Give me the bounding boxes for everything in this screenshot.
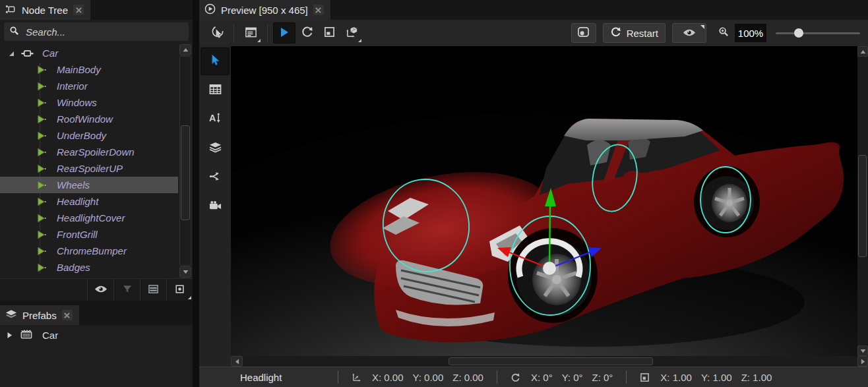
layers-button[interactable] (201, 134, 230, 162)
pick-tool-button[interactable] (206, 22, 228, 44)
table-icon (209, 84, 222, 97)
tree-item[interactable]: RearSpoilerDown (0, 144, 178, 160)
camera-button[interactable] (201, 193, 230, 220)
box-in-box-icon (324, 26, 335, 40)
rear-wheel[interactable] (694, 166, 760, 237)
table-view-button[interactable] (201, 76, 230, 104)
tree-item-label: ChromeBumper (57, 245, 127, 256)
text-animation-button[interactable]: A (201, 105, 230, 133)
tab-prefabs[interactable]: Prefabs (0, 305, 79, 325)
filter-icon (122, 284, 133, 296)
position-x: X: 0.00 (372, 372, 404, 383)
tree-item[interactable]: RoofWindow (0, 111, 178, 127)
grid-icon (148, 284, 159, 296)
vertical-scrollbar[interactable] (857, 46, 868, 367)
snapshot-button[interactable] (571, 23, 596, 43)
tree-item[interactable]: MainBody (0, 61, 178, 78)
tree-item-label: Car (42, 47, 58, 59)
expander-collapsed-icon[interactable] (7, 332, 15, 339)
zoom-slider-thumb[interactable] (794, 28, 803, 38)
scale-icon (640, 372, 650, 382)
tree-item-label: Badges (57, 262, 90, 273)
connections-button[interactable] (201, 164, 230, 191)
mesh-node-icon (36, 180, 49, 191)
tree-item[interactable]: Headlight (0, 193, 178, 210)
side-mirror (624, 171, 642, 181)
filter-button[interactable] (113, 279, 140, 301)
restart-icon (610, 26, 621, 40)
close-icon[interactable] (313, 5, 324, 15)
tree-item-car-root[interactable]: Car (0, 45, 178, 61)
scroll-down-button[interactable] (179, 266, 191, 278)
visibility-options-button[interactable] (672, 23, 706, 43)
reset-view-button[interactable] (295, 22, 318, 44)
scroll-thumb[interactable] (449, 357, 653, 365)
tree-item[interactable]: HeadlightCover (0, 210, 178, 226)
mesh-node-icon (36, 164, 49, 174)
rotation-readout: X: 0° Y: 0° Z: 0° (507, 372, 617, 383)
visibility-toggle-button[interactable] (87, 279, 113, 301)
tree-item[interactable]: Interior (0, 78, 178, 94)
scroll-up-button[interactable] (179, 44, 191, 55)
zoom-value[interactable]: 100% (735, 24, 766, 42)
scroll-track[interactable] (179, 56, 191, 266)
dock-splitter[interactable] (193, 0, 199, 387)
scale-readout: X: 1.00 Y: 1.00 Z: 1.00 (636, 372, 776, 383)
node-tree-panel: Node Tree Car M (0, 0, 193, 387)
play-circle-icon (204, 3, 216, 16)
tree-item[interactable]: UnderBody (0, 127, 178, 144)
3d-scene[interactable] (231, 46, 857, 356)
tree-item[interactable]: Windows (0, 94, 178, 111)
horizontal-scrollbar[interactable] (231, 356, 857, 367)
node-tree-tab-title: Node Tree (22, 5, 68, 16)
expander-expanded-icon[interactable] (8, 50, 16, 57)
prefabs-tab-title: Prefabs (22, 310, 57, 321)
scroll-thumb[interactable] (858, 155, 867, 257)
close-icon[interactable] (73, 5, 84, 15)
prefabs-list: Car (0, 325, 193, 387)
scroll-left-button[interactable] (231, 356, 243, 367)
restart-button-label: Restart (627, 28, 658, 39)
grid-view-button[interactable] (140, 279, 166, 301)
scale-y: Y: 1.00 (701, 372, 732, 383)
tree-item[interactable]: ChromeBumper (0, 243, 178, 259)
tree-item-selected[interactable]: Wheels (0, 177, 178, 193)
mesh-node-icon (36, 246, 49, 256)
zoom-slider[interactable] (776, 24, 860, 42)
tree-item[interactable]: FrontGrill (0, 226, 178, 243)
restart-button[interactable]: Restart (603, 23, 666, 43)
preview-side-toolbar: A (199, 46, 231, 367)
scroll-down-button[interactable] (857, 345, 868, 356)
rotation-z: Z: 0° (592, 372, 613, 383)
toolbar-separator (233, 24, 234, 42)
tree-item-label: Wheels (57, 179, 90, 191)
scroll-right-button[interactable] (857, 356, 868, 367)
rotation-y: Y: 0° (562, 372, 583, 383)
tree-item[interactable]: RearSpoilerUP (0, 160, 178, 177)
tab-preview[interactable]: Preview [950 x 465] (199, 0, 330, 20)
scroll-track[interactable] (857, 57, 868, 345)
play-mode-button[interactable] (273, 22, 295, 44)
close-icon[interactable] (62, 310, 73, 320)
scroll-thumb[interactable] (181, 125, 190, 220)
prefab-item-car[interactable]: Car (0, 325, 193, 345)
panel-dock-button[interactable] (239, 22, 262, 44)
frame-selection-button[interactable] (166, 279, 193, 301)
mesh-node-icon (36, 147, 49, 158)
position-readout: X: 0.00 Y: 0.00 Z: 0.00 (348, 372, 487, 383)
preview-viewport[interactable] (231, 46, 857, 356)
rotation-x: X: 0° (531, 372, 553, 383)
view-3d-button[interactable] (340, 22, 363, 44)
tree-item[interactable]: Badges (0, 259, 178, 276)
gizmo-center-handle[interactable] (543, 262, 556, 275)
select-tool-button[interactable] (201, 47, 230, 75)
fit-frame-button[interactable] (318, 22, 340, 44)
scroll-up-button[interactable] (857, 46, 868, 57)
zoom-slider-track[interactable] (776, 32, 860, 34)
gizmo-y-axis[interactable] (549, 206, 550, 268)
tree-item-label: Windows (57, 97, 97, 108)
tab-node-tree[interactable]: Node Tree (0, 0, 90, 20)
search-input[interactable] (24, 26, 183, 38)
position-axes-icon (352, 372, 361, 382)
tree-item-label: Interior (57, 80, 88, 92)
